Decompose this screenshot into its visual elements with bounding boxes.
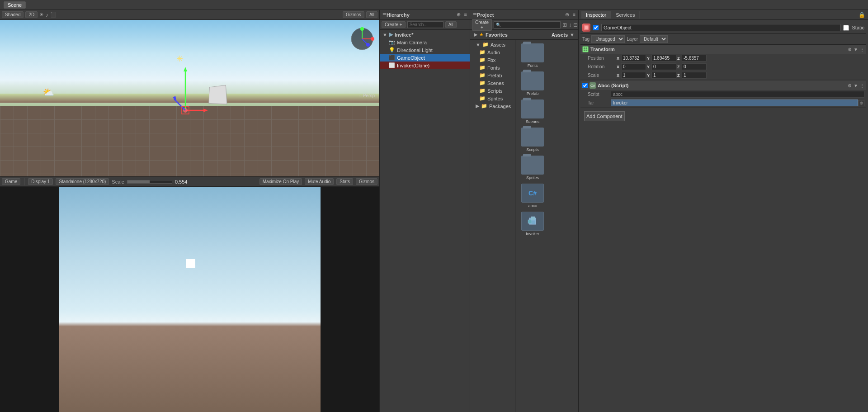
project-icon-1[interactable]: ⊞ bbox=[562, 22, 567, 28]
hierarchy-all-btn[interactable]: All bbox=[445, 21, 457, 28]
rotation-y-input[interactable] bbox=[651, 63, 676, 70]
camera-icon: 📷 bbox=[389, 39, 395, 45]
position-z-input[interactable] bbox=[682, 55, 707, 62]
persp-label: ←Persp bbox=[359, 93, 375, 98]
tar-pick-btn[interactable]: ◎ bbox=[858, 100, 864, 106]
scale-y-input[interactable] bbox=[651, 72, 676, 79]
script-value-input[interactable] bbox=[611, 91, 864, 98]
fbx-folder-icon: 📁 bbox=[479, 57, 486, 63]
invoker-thumb bbox=[521, 212, 544, 231]
script-section: C# Abcc (Script) ⚙ ▼ ⋮ Script Tar bbox=[580, 81, 866, 108]
scene-icon-audio[interactable]: ♪ bbox=[46, 12, 48, 18]
shaded-btn[interactable]: Shaded bbox=[2, 11, 24, 18]
project-content: ▶ ★ Favorites Assets ▼ ▼ 📁 Assets 📁 bbox=[470, 30, 578, 412]
project-menu[interactable]: ≡ bbox=[573, 12, 576, 18]
gameobject-header: Static bbox=[580, 22, 866, 34]
project-item-prefab[interactable]: Prefab bbox=[519, 71, 546, 96]
gameobject-active-checkbox[interactable] bbox=[593, 25, 599, 30]
tree-scripts[interactable]: 📁 Scripts bbox=[470, 87, 515, 95]
position-x-input[interactable] bbox=[621, 55, 646, 62]
hierarchy-item-main-camera[interactable]: 📷 Main Camera bbox=[380, 38, 470, 46]
project-item-scenes[interactable]: Scenes bbox=[519, 99, 546, 124]
tree-fbx[interactable]: 📁 Fbx bbox=[470, 56, 515, 64]
tree-packages[interactable]: ▶ 📁 Packages bbox=[470, 102, 515, 110]
game-tab-btn[interactable]: Game bbox=[2, 178, 20, 185]
pos-x-label: X bbox=[617, 56, 620, 61]
scale-z-input[interactable] bbox=[682, 72, 707, 79]
maximize-btn[interactable]: Maximize On Play bbox=[259, 178, 302, 185]
tab-services[interactable]: Services bbox=[611, 11, 640, 19]
project-item-sprites[interactable]: Sprites bbox=[519, 156, 546, 180]
rotation-z-input[interactable] bbox=[682, 63, 707, 70]
transform-expand-icon[interactable]: ▼ bbox=[854, 47, 858, 52]
scene-tab[interactable]: Scene bbox=[4, 1, 26, 9]
gizmos-btn[interactable]: Gizmos bbox=[343, 11, 364, 18]
tag-label: Tag bbox=[582, 37, 590, 42]
stats-btn[interactable]: Stats bbox=[336, 178, 353, 185]
scripts-folder-thumb bbox=[521, 128, 544, 147]
script-header[interactable]: C# Abcc (Script) ⚙ ▼ ⋮ bbox=[580, 81, 866, 90]
hierarchy-item-gameobject[interactable]: ⬛ GameObject bbox=[380, 54, 470, 62]
transform-overflow-icon[interactable]: ⋮ bbox=[860, 47, 864, 52]
project-search-input[interactable] bbox=[501, 22, 558, 27]
project-item-scripts[interactable]: Scripts bbox=[519, 128, 546, 152]
project-create-btn[interactable]: Create + bbox=[472, 19, 492, 31]
standalone-btn[interactable]: Standalone (1280x720) bbox=[56, 178, 109, 185]
lock-icon[interactable]: 🔒 bbox=[859, 12, 865, 18]
tree-assets[interactable]: ▼ 📁 Assets bbox=[470, 41, 515, 48]
project-pin[interactable]: ⊕ bbox=[565, 12, 569, 18]
project-icon-3[interactable]: ⊟ bbox=[573, 22, 578, 28]
project-icon-2[interactable]: ↓ bbox=[569, 22, 571, 28]
position-y-input[interactable] bbox=[651, 55, 676, 62]
svg-rect-17 bbox=[531, 217, 535, 220]
tree-prefab[interactable]: 📁 Prefab bbox=[470, 71, 515, 79]
rotation-x-input[interactable] bbox=[621, 63, 646, 70]
hierarchy-pin[interactable]: ⊕ bbox=[457, 12, 461, 18]
position-y-item: Y bbox=[647, 55, 676, 62]
scale-x-input[interactable] bbox=[621, 72, 646, 79]
scene-cube-object bbox=[208, 85, 227, 104]
tar-prop-row: Tar Invoker ◎ bbox=[580, 99, 866, 107]
script-expand-icon[interactable]: ▼ bbox=[854, 83, 858, 88]
scene-canvas: ✳ ⛅ bbox=[0, 20, 379, 176]
svg-marker-3 bbox=[203, 109, 208, 112]
hierarchy-item-directional-light[interactable]: 💡 Directional Light bbox=[380, 46, 470, 54]
2d-btn[interactable]: 2D bbox=[25, 11, 38, 18]
tag-dropdown[interactable]: Untagged bbox=[591, 35, 625, 43]
hierarchy-menu[interactable]: ≡ bbox=[464, 12, 467, 18]
transform-header[interactable]: Transform ⚙ ▼ ⋮ bbox=[580, 45, 866, 54]
script-active-checkbox[interactable] bbox=[582, 83, 588, 88]
hierarchy-search[interactable] bbox=[407, 21, 443, 28]
project-item-invoker[interactable]: Invoker bbox=[519, 212, 546, 236]
tree-sprites[interactable]: 📁 Sprites bbox=[470, 95, 515, 102]
mute-btn[interactable]: Mute Audio bbox=[305, 178, 334, 185]
game-gizmos-btn[interactable]: Gizmos bbox=[356, 178, 377, 185]
gameobject-color-icon[interactable] bbox=[582, 24, 590, 32]
sprites-folder-icon: 📁 bbox=[479, 95, 486, 101]
rotation-label: Rotation bbox=[588, 64, 615, 69]
project-item-fonts[interactable]: Fonts bbox=[519, 43, 546, 68]
tree-audio[interactable]: 📁 Audio bbox=[470, 48, 515, 56]
project-item-abcc[interactable]: C# abcc bbox=[519, 184, 546, 208]
prefab-folder-icon: 📁 bbox=[479, 72, 486, 78]
tab-inspector[interactable]: Inspector bbox=[581, 11, 611, 19]
scale-slider[interactable] bbox=[127, 180, 172, 184]
hierarchy-create-btn[interactable]: Create + bbox=[382, 21, 406, 28]
hierarchy-item-invoker-clone[interactable]: ⬜ Invoker(Clone) bbox=[380, 62, 470, 69]
layer-dropdown[interactable]: Default bbox=[640, 35, 668, 43]
gameobject-name-input[interactable] bbox=[601, 24, 840, 31]
all-btn[interactable]: All bbox=[366, 11, 377, 18]
tree-scenes[interactable]: 📁 Scenes bbox=[470, 79, 515, 87]
script-overflow-icon[interactable]: ⋮ bbox=[860, 83, 864, 88]
script-settings-icon[interactable]: ⚙ bbox=[848, 83, 852, 88]
game-canvas bbox=[0, 187, 379, 412]
display-btn[interactable]: Display 1 bbox=[28, 178, 53, 185]
game-left-bar bbox=[0, 187, 59, 412]
transform-gizmo[interactable] bbox=[172, 65, 208, 120]
scene-icon-light[interactable]: ☀ bbox=[39, 12, 44, 18]
tree-fonts[interactable]: 📁 Fonts bbox=[470, 64, 515, 71]
scene-icon-fx[interactable]: ⬛ bbox=[50, 12, 57, 18]
add-component-btn[interactable]: Add Component bbox=[584, 111, 625, 121]
transform-settings-icon[interactable]: ⚙ bbox=[848, 47, 852, 52]
static-checkbox[interactable] bbox=[843, 25, 849, 31]
